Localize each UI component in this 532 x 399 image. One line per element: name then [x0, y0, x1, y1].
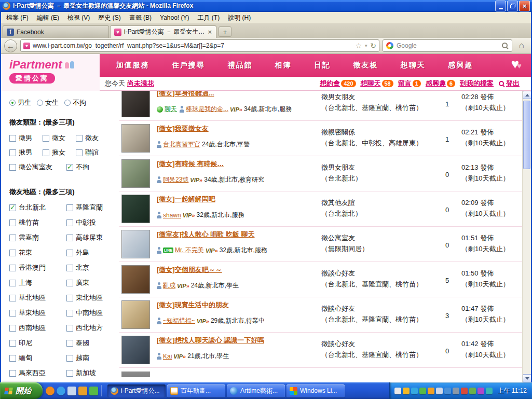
search-box[interactable]: Google	[383, 39, 512, 52]
gender-radio[interactable]: 男生	[9, 98, 31, 107]
water-flower-link[interactable]: 尚未澆花	[127, 79, 154, 87]
menu-item[interactable]: 檔案 (F)	[2, 12, 33, 24]
region-checkbox[interactable]: 台北新北	[9, 203, 66, 212]
menu-item[interactable]: Yahoo! (Y)	[156, 12, 193, 23]
tray-display-icon[interactable]	[478, 388, 484, 394]
tray-messenger-icon[interactable]	[411, 388, 418, 394]
url-dropdown-icon[interactable]: ▼	[364, 44, 368, 48]
menu-item[interactable]: 工具 (T)	[194, 12, 224, 24]
bookmark-star-icon[interactable]: ☆	[356, 42, 362, 49]
quick-launch-show-desktop-icon[interactable]	[67, 387, 76, 395]
scroll-down-button[interactable]	[523, 374, 531, 382]
search-magnifier-icon[interactable]	[501, 42, 509, 49]
type-checkbox[interactable]: 不拘	[66, 162, 100, 172]
listing-photo[interactable]	[121, 336, 150, 364]
username-link[interactable]: 阿呆23號	[163, 175, 188, 184]
listing-row[interactable]: [徵女]想找人聊天談心 認識一下好嗎 KaiVIP»21歲,北市,學生 徵談心好…	[119, 333, 522, 368]
gender-radio[interactable]: 不拘	[64, 98, 86, 107]
close-button[interactable]: ×	[519, 1, 530, 11]
site-nav-item[interactable]: 加值服務	[116, 61, 149, 70]
listing-row[interactable]: [徵女]單身很難過... 聊天棒球是我的命...VIP»34歲,新北市,服務 徵…	[119, 91, 522, 121]
region-checkbox[interactable]: 西北地方	[66, 323, 116, 333]
listing-row[interactable]: [徵女]交個朋友吧～～ 亂成VIP»24歲,新北市,學生 徵談心好友（台北新北、…	[119, 262, 522, 297]
menu-item[interactable]: 書籤 (B)	[125, 12, 156, 24]
site-nav-item[interactable]: 感興趣	[448, 61, 473, 70]
region-checkbox[interactable]: 外島	[66, 248, 116, 257]
gender-radio[interactable]: 女生	[37, 98, 59, 107]
user-link[interactable]: 到我的檔案	[460, 79, 494, 88]
type-checkbox[interactable]: 揪女	[43, 148, 76, 157]
region-checkbox[interactable]: 東北地區	[66, 293, 116, 302]
chat-link[interactable]: 聊天	[165, 105, 177, 114]
region-checkbox[interactable]: 印尼	[9, 338, 66, 348]
tray-language-icon[interactable]	[394, 388, 401, 394]
tray-firewall-icon[interactable]	[461, 388, 468, 394]
listing-title-link[interactable]: [徵女]單身很難過...	[157, 91, 214, 98]
user-link[interactable]: 想聊天	[361, 79, 381, 88]
type-checkbox[interactable]: 揪男	[9, 148, 43, 157]
restore-button[interactable]	[507, 1, 518, 11]
tray-network-icon[interactable]	[444, 388, 451, 394]
scrollbar[interactable]	[522, 91, 531, 382]
task-button[interactable]: 百年動畫...	[167, 384, 225, 397]
tray-sync-icon[interactable]	[486, 388, 493, 394]
username-link[interactable]: Kai	[163, 353, 172, 360]
region-checkbox[interactable]: 中南地區	[66, 308, 116, 318]
username-link[interactable]: shawn	[163, 212, 181, 219]
tray-update-icon[interactable]	[428, 388, 434, 394]
menu-item[interactable]: 歷史 (S)	[94, 12, 125, 24]
username-link[interactable]: 棒球是我的命...	[186, 105, 228, 114]
region-checkbox[interactable]: 越南	[66, 353, 116, 363]
back-button[interactable]: ←	[4, 39, 17, 52]
listing-title-link[interactable]: [徵室友]找人散心 唱歌 吃飯 聊天	[157, 230, 255, 239]
listing-photo[interactable]	[121, 265, 150, 294]
menu-item[interactable]: 說明 (H)	[224, 12, 255, 24]
type-checkbox[interactable]: 聯誼	[76, 148, 109, 157]
tab-facebook[interactable]: f Facebook	[3, 25, 109, 38]
type-checkbox[interactable]: 徵友	[76, 133, 109, 143]
username-link[interactable]: ~知福惜福~	[163, 317, 195, 325]
region-checkbox[interactable]: 上海	[9, 278, 66, 287]
listing-title-link[interactable]: [徵女]交個朋友吧～～	[157, 265, 222, 274]
tab-ipart[interactable]: ♥ i-Part愛情公寓 － 最受女生歡迎的溫... ×	[110, 25, 216, 38]
type-checkbox[interactable]: 徵公寓室友	[9, 162, 66, 172]
menu-item[interactable]: 編輯 (E)	[33, 12, 63, 24]
type-checkbox[interactable]: 徵男	[9, 133, 43, 143]
tray-shield-icon[interactable]	[403, 388, 410, 394]
listing-title-link[interactable]: [徵女]現實生活中的朋友	[157, 300, 229, 310]
site-nav-item[interactable]: 相簿	[275, 61, 292, 70]
region-checkbox[interactable]: 桃竹苗	[9, 218, 66, 227]
listing-title-link[interactable]: [徵女]有時候 有時候…	[157, 159, 224, 169]
region-checkbox[interactable]: 泰國	[66, 338, 116, 348]
quick-launch-firefox-icon[interactable]	[46, 387, 54, 395]
region-checkbox[interactable]: 華北地區	[9, 293, 66, 302]
region-checkbox[interactable]: 廣東	[66, 278, 116, 287]
quick-launch-media-icon[interactable]	[78, 387, 87, 395]
listing-photo[interactable]	[121, 230, 150, 258]
tab-close-icon[interactable]: ×	[207, 28, 212, 36]
listing-photo[interactable]	[121, 91, 150, 117]
region-checkbox[interactable]: 新加坡	[66, 368, 116, 378]
new-tab-button[interactable]: +	[219, 26, 231, 37]
username-link[interactable]: 台北實習軍官	[163, 140, 200, 149]
user-link[interactable]: 留言	[398, 79, 412, 88]
task-button[interactable]: i-Part愛情公...	[107, 384, 166, 397]
listing-title-link[interactable]: [徵女]想找人聊天談心 認識一下好嗎	[157, 336, 264, 345]
site-nav-item[interactable]: 想聊天	[401, 61, 426, 70]
region-checkbox[interactable]: 雲嘉南	[9, 233, 66, 242]
home-button[interactable]: ⌂	[515, 39, 528, 52]
region-checkbox[interactable]: 香港澳門	[9, 263, 66, 272]
site-nav-item[interactable]: 住戶搜尋	[172, 61, 205, 70]
site-nav-item[interactable]: 徵友板	[353, 61, 378, 70]
region-checkbox[interactable]: 緬甸	[9, 353, 66, 363]
listing-photo[interactable]	[121, 124, 150, 153]
tray-antivirus-icon[interactable]	[419, 388, 426, 394]
task-button[interactable]: Windows Li...	[287, 384, 345, 397]
region-checkbox[interactable]: 北京	[66, 263, 116, 272]
username-link[interactable]: Mr. 不完美	[175, 246, 204, 255]
region-checkbox[interactable]: 基隆宜蘭	[66, 203, 116, 212]
start-button[interactable]: 開始	[0, 382, 43, 399]
region-checkbox[interactable]: 馬來西亞	[9, 368, 66, 378]
listing-row[interactable]: [徵室友]找人散心 唱歌 吃飯 聊天 LINEMr. 不完美VIP»32歲,新北…	[119, 227, 522, 262]
region-checkbox[interactable]: 花東	[9, 248, 66, 257]
